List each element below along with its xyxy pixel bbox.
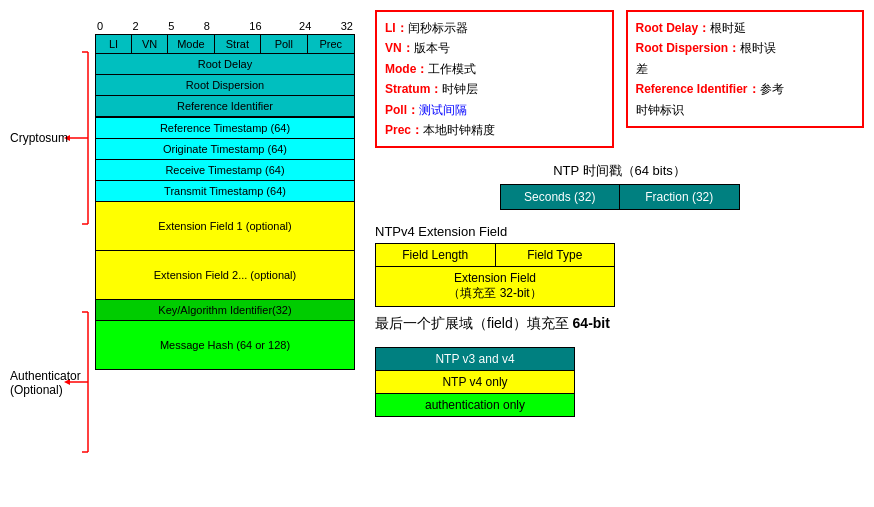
- receive-timestamp-label: Receive Timestamp (64): [96, 160, 354, 180]
- extension-section: NTPv4 Extension Field Field Length Field…: [375, 224, 864, 333]
- strat-cell: Strat: [215, 35, 261, 53]
- ext-field-2-label: Extension Field 2... (optional): [98, 265, 352, 285]
- legend-area: LI：闰秒标示器 VN：版本号 Mode：工作模式 Stratum：时钟层 Po…: [375, 10, 864, 148]
- legend-li: LI：闰秒标示器: [385, 18, 604, 38]
- ext-body: Extension Field（填充至 32-bit）: [375, 267, 615, 307]
- reference-timestamp-label: Reference Timestamp (64): [96, 118, 354, 138]
- legend-box-left: LI：闰秒标示器 VN：版本号 Mode：工作模式 Stratum：时钟层 Po…: [375, 10, 614, 148]
- root-delay-row: Root Delay: [95, 54, 355, 75]
- legend-v4-only: NTP v4 only: [375, 371, 575, 394]
- transmit-timestamp-row: Transmit Timestamp (64): [95, 181, 355, 202]
- field-type-cell: Field Type: [496, 243, 616, 267]
- legend-prec: Prec：本地时钟精度: [385, 120, 604, 140]
- mode-cell: Mode: [168, 35, 214, 53]
- bit-ruler: 0 2 5 8 16 24 32: [95, 20, 355, 32]
- extension-title: NTPv4 Extension Field: [375, 224, 864, 239]
- message-hash-row: Message Hash (64 or 128): [95, 321, 355, 370]
- ext-field-1-label: Extension Field 1 (optional): [98, 216, 352, 236]
- key-algorithm-label: Key/Algorithm Identifier(32): [96, 300, 354, 320]
- legend-root-delay: Root Delay：根时延: [636, 18, 855, 38]
- root-delay-label: Root Delay: [96, 54, 354, 74]
- originate-timestamp-label: Originate Timestamp (64): [96, 139, 354, 159]
- legend-v3-v4: NTP v3 and v4: [375, 347, 575, 371]
- svg-text:Cryptosum: Cryptosum: [10, 131, 68, 145]
- svg-text:Authenticator: Authenticator: [10, 369, 81, 383]
- vn-cell: VN: [132, 35, 168, 53]
- fill-note: 最后一个扩展域（field）填充至 64-bit: [375, 315, 864, 333]
- li-cell: LI: [96, 35, 132, 53]
- ext-field-2-row: Extension Field 2... (optional): [95, 251, 355, 300]
- fraction-cell: Fraction (32): [620, 184, 740, 210]
- color-legend: NTP v3 and v4 NTP v4 only authentication…: [375, 347, 575, 417]
- reference-identifier-label: Reference Identifier: [96, 96, 354, 116]
- field-length-cell: Field Length: [375, 243, 496, 267]
- root-dispersion-row: Root Dispersion: [95, 75, 355, 96]
- key-algorithm-row: Key/Algorithm Identifier(32): [95, 300, 355, 321]
- originate-timestamp-row: Originate Timestamp (64): [95, 139, 355, 160]
- transmit-timestamp-label: Transmit Timestamp (64): [96, 181, 354, 201]
- legend-stratum: Stratum：时钟层: [385, 79, 604, 99]
- svg-marker-10: [64, 379, 70, 385]
- root-dispersion-label: Root Dispersion: [96, 75, 354, 95]
- poll-cell: Poll: [261, 35, 307, 53]
- timestamp-title: NTP 时间戳（64 bits）: [375, 162, 864, 180]
- legend-root-dispersion: Root Dispersion：根时误差: [636, 38, 855, 79]
- prec-cell: Prec: [308, 35, 354, 53]
- legend-reference-id: Reference Identifier：参考时钟标识: [636, 79, 855, 120]
- ext-field-1-row: Extension Field 1 (optional): [95, 202, 355, 251]
- legend-vn: VN：版本号: [385, 38, 604, 58]
- legend-poll: Poll：测试间隔: [385, 100, 604, 120]
- ext-header-row: Field Length Field Type: [375, 243, 615, 267]
- legend-box-right: Root Delay：根时延 Root Dispersion：根时误差 Refe…: [626, 10, 865, 128]
- receive-timestamp-row: Receive Timestamp (64): [95, 160, 355, 181]
- timestamp-row: Seconds (32) Fraction (32): [500, 184, 740, 210]
- svg-text:(Optional): (Optional): [10, 383, 63, 397]
- message-hash-label: Message Hash (64 or 128): [98, 335, 352, 355]
- header-row: LI VN Mode Strat Poll Prec: [95, 34, 355, 54]
- legend-mode: Mode：工作模式: [385, 59, 604, 79]
- seconds-cell: Seconds (32): [500, 184, 621, 210]
- timestamp-section: NTP 时间戳（64 bits） Seconds (32) Fraction (…: [375, 162, 864, 210]
- reference-timestamp-row: Reference Timestamp (64): [95, 117, 355, 139]
- reference-identifier-row: Reference Identifier: [95, 96, 355, 117]
- legend-auth-only: authentication only: [375, 394, 575, 417]
- svg-marker-4: [64, 135, 70, 141]
